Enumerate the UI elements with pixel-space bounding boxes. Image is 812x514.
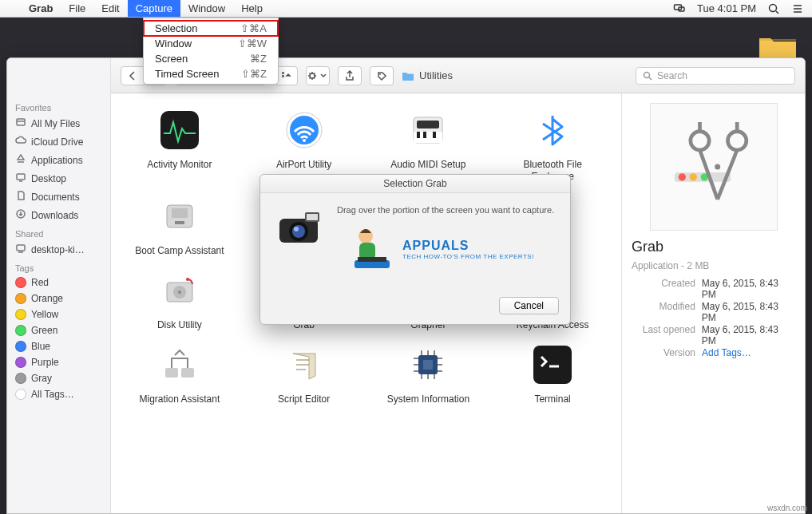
app-label: Activity Monitor xyxy=(147,159,212,171)
app-terminal[interactable]: Terminal xyxy=(490,338,615,405)
svg-rect-30 xyxy=(17,245,25,251)
cancel-button[interactable]: Cancel xyxy=(499,297,559,314)
preview-row-value[interactable]: Add Tags… xyxy=(702,347,751,358)
preview-pane: Grab Application - 2 MB CreatedMay 6, 20… xyxy=(621,93,805,513)
tag-dot-icon xyxy=(15,309,26,320)
app-airport-utility[interactable]: AirPort Utility xyxy=(242,103,366,183)
sidebar-item-gray[interactable]: Gray xyxy=(7,370,110,386)
sidebar-header: Favorites xyxy=(7,98,110,114)
svg-rect-74 xyxy=(358,257,386,262)
svg-line-24 xyxy=(649,77,652,80)
sidebar-item-desktop[interactable]: Desktop xyxy=(7,169,110,188)
app-menu[interactable]: Grab xyxy=(21,0,61,17)
sidebar-item-icloud-drive[interactable]: iCloud Drive xyxy=(7,132,110,151)
desktop-icon xyxy=(15,172,26,185)
app-label: Migration Assistant xyxy=(140,393,220,405)
sidebar-item-downloads[interactable]: Downloads xyxy=(7,206,110,224)
svg-point-68 xyxy=(294,227,299,231)
apps-icon xyxy=(15,153,26,167)
app-activity-monitor[interactable]: Activity Monitor xyxy=(117,103,242,183)
sidebar-item-orange[interactable]: Orange xyxy=(7,291,110,306)
preview-row: CreatedMay 6, 2015, 8:43 PM xyxy=(632,278,795,300)
svg-rect-27 xyxy=(17,174,25,180)
app-script-editor[interactable]: Script Editor xyxy=(242,338,366,405)
sidebar-item-desktop-ki-[interactable]: desktop-ki… xyxy=(7,240,110,259)
svg-point-22 xyxy=(379,73,381,75)
watermark: wsxdn.com xyxy=(767,504,807,512)
notification-center-icon[interactable] xyxy=(791,2,804,15)
app-disk-utility[interactable]: Disk Utility xyxy=(117,263,242,331)
menu-item-timed-screen[interactable]: Timed Screen⇧⌘Z xyxy=(144,66,278,81)
svg-rect-39 xyxy=(423,132,426,138)
svg-point-2 xyxy=(770,4,777,11)
app-label: Audio MIDI Setup xyxy=(390,159,465,171)
preview-row: VersionAdd Tags… xyxy=(632,347,795,358)
tags-button[interactable] xyxy=(370,66,394,85)
svg-point-62 xyxy=(690,132,708,150)
sidebar-item-label: Gray xyxy=(31,373,52,384)
sidebar-header: Tags xyxy=(7,259,110,275)
svg-rect-25 xyxy=(17,119,25,125)
sidebar-item-label: Blue xyxy=(31,341,50,352)
app-boot-camp-assistant[interactable]: Boot Camp Assistant xyxy=(117,189,242,257)
svg-rect-19 xyxy=(282,72,284,74)
file-menu[interactable]: File xyxy=(61,0,93,17)
tag-dot-icon xyxy=(15,357,26,368)
selection-grab-dialog: Selection Grab Drag over the portion of … xyxy=(259,174,571,325)
app-audio-midi-setup[interactable]: Audio MIDI Setup xyxy=(366,103,491,183)
back-button[interactable] xyxy=(121,67,144,85)
tag-dot-icon xyxy=(15,341,26,352)
spotlight-icon[interactable] xyxy=(767,2,780,15)
preview-icon xyxy=(650,103,778,231)
clock[interactable]: Tue 4:01 PM xyxy=(697,2,756,14)
svg-point-63 xyxy=(727,132,746,150)
sidebar-item-label: desktop-ki… xyxy=(31,244,85,255)
menu-item-screen[interactable]: Screen⌘Z xyxy=(144,51,278,66)
sidebar-item-green[interactable]: Green xyxy=(7,322,110,338)
camera-icon xyxy=(275,204,326,249)
sidebar-item-label: All Tags… xyxy=(31,389,74,400)
sidebar-item-red[interactable]: Red xyxy=(7,275,110,291)
sidebar-item-documents[interactable]: Documents xyxy=(7,188,110,206)
download-icon xyxy=(15,208,26,222)
app-migration-assistant[interactable]: Migration Assistant xyxy=(117,338,242,405)
svg-rect-43 xyxy=(172,208,188,218)
svg-rect-57 xyxy=(533,346,572,384)
app-bluetooth-file-exchange[interactable]: Bluetooth File Exchange xyxy=(490,103,615,183)
displays-menuextra-icon[interactable] xyxy=(673,2,686,15)
svg-rect-53 xyxy=(165,368,178,378)
menu-item-window[interactable]: Window⇧⌘W xyxy=(144,36,278,51)
sidebar-item-label: Documents xyxy=(31,192,80,203)
sidebar-item-all-my-files[interactable]: All My Files xyxy=(7,114,110,132)
edit-menu[interactable]: Edit xyxy=(93,0,127,17)
capture-menu[interactable]: Capture xyxy=(128,0,180,17)
tag-dot-icon xyxy=(15,293,26,304)
sidebar-header: Shared xyxy=(7,224,110,240)
action-button[interactable] xyxy=(306,66,330,85)
sidebar-item-blue[interactable]: Blue xyxy=(7,338,110,354)
sidebar-item-yellow[interactable]: Yellow xyxy=(7,306,110,322)
app-system-information[interactable]: System Information xyxy=(366,338,491,405)
preview-row-key: Modified xyxy=(632,301,695,323)
svg-rect-54 xyxy=(181,368,194,378)
sidebar-item-label: Desktop xyxy=(31,173,66,184)
svg-point-23 xyxy=(644,72,650,77)
sidebar-item-purple[interactable]: Purple xyxy=(7,354,110,370)
help-menu[interactable]: Help xyxy=(233,0,271,17)
window-menu[interactable]: Window xyxy=(180,0,233,17)
sidebar-item-all-tags-[interactable]: All Tags… xyxy=(7,386,110,402)
share-button[interactable] xyxy=(338,66,362,85)
svg-point-67 xyxy=(292,225,305,238)
monitor-icon xyxy=(15,243,26,256)
menu-item-selection[interactable]: Selection⇧⌘A xyxy=(144,21,278,36)
sidebar-item-label: iCloud Drive xyxy=(31,136,83,148)
sidebar-item-applications[interactable]: Applications xyxy=(7,151,110,169)
sidebar: FavoritesAll My FilesiCloud DriveApplica… xyxy=(7,58,111,513)
all-files-icon xyxy=(15,117,26,130)
sidebar-item-label: Green xyxy=(31,325,57,336)
search-placeholder: Search xyxy=(657,70,687,81)
search-input[interactable]: Search xyxy=(636,67,795,85)
svg-point-48 xyxy=(186,278,189,281)
svg-rect-56 xyxy=(423,360,433,370)
tag-dot-icon xyxy=(15,389,26,400)
